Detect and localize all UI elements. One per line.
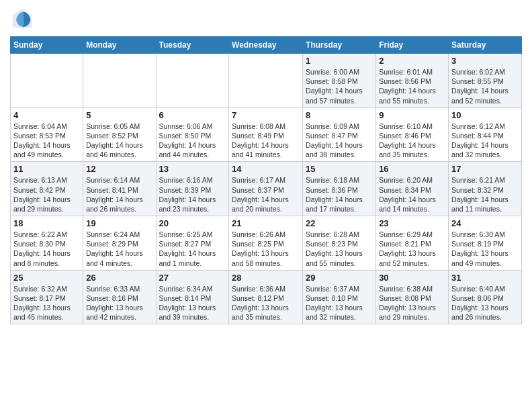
cell-content: Sunrise: 6:05 AM Sunset: 8:52 PM Dayligh…	[86, 122, 152, 160]
day-number: 29	[306, 273, 373, 283]
day-number: 17	[451, 164, 519, 174]
day-number: 1	[306, 56, 373, 66]
calendar-cell: 7Sunrise: 6:08 AM Sunset: 8:49 PM Daylig…	[229, 107, 303, 162]
calendar-cell: 14Sunrise: 6:17 AM Sunset: 8:37 PM Dayli…	[229, 162, 303, 216]
calendar-cell: 30Sunrise: 6:38 AM Sunset: 8:08 PM Dayli…	[376, 270, 449, 324]
cell-content: Sunrise: 6:09 AM Sunset: 8:47 PM Dayligh…	[306, 122, 373, 160]
day-number: 10	[451, 110, 519, 120]
calendar-cell: 1Sunrise: 6:00 AM Sunset: 8:58 PM Daylig…	[303, 54, 376, 108]
calendar-cell	[229, 54, 303, 108]
weekday-header-sunday: Sunday	[11, 37, 83, 54]
day-number: 20	[159, 218, 226, 228]
calendar-row-1: 4Sunrise: 6:04 AM Sunset: 8:53 PM Daylig…	[11, 107, 522, 162]
cell-content: Sunrise: 6:34 AM Sunset: 8:14 PM Dayligh…	[159, 284, 226, 322]
day-number: 7	[232, 110, 300, 120]
calendar-cell: 12Sunrise: 6:14 AM Sunset: 8:41 PM Dayli…	[83, 162, 156, 216]
day-number: 31	[451, 273, 519, 283]
calendar-cell: 2Sunrise: 6:01 AM Sunset: 8:56 PM Daylig…	[376, 54, 449, 108]
calendar-cell: 27Sunrise: 6:34 AM Sunset: 8:14 PM Dayli…	[156, 270, 229, 324]
day-number: 6	[159, 110, 226, 120]
calendar-cell: 5Sunrise: 6:05 AM Sunset: 8:52 PM Daylig…	[83, 107, 156, 162]
calendar-cell: 9Sunrise: 6:10 AM Sunset: 8:46 PM Daylig…	[376, 107, 449, 162]
calendar-cell: 6Sunrise: 6:06 AM Sunset: 8:50 PM Daylig…	[156, 107, 229, 162]
day-number: 3	[451, 56, 519, 66]
day-number: 14	[232, 164, 300, 174]
cell-content: Sunrise: 6:33 AM Sunset: 8:16 PM Dayligh…	[86, 284, 152, 322]
day-number: 18	[13, 218, 80, 228]
calendar-cell: 15Sunrise: 6:18 AM Sunset: 8:36 PM Dayli…	[303, 162, 376, 216]
calendar-cell: 23Sunrise: 6:29 AM Sunset: 8:21 PM Dayli…	[376, 216, 449, 271]
cell-content: Sunrise: 6:21 AM Sunset: 8:32 PM Dayligh…	[451, 175, 519, 214]
day-number: 28	[232, 273, 300, 283]
calendar-cell: 16Sunrise: 6:20 AM Sunset: 8:34 PM Dayli…	[376, 162, 449, 216]
day-number: 30	[379, 273, 445, 283]
cell-content: Sunrise: 6:13 AM Sunset: 8:42 PM Dayligh…	[13, 175, 80, 214]
weekday-header-monday: Monday	[83, 37, 156, 54]
weekday-header-wednesday: Wednesday	[229, 37, 303, 54]
calendar-cell: 20Sunrise: 6:25 AM Sunset: 8:27 PM Dayli…	[156, 216, 229, 271]
day-number: 27	[159, 273, 226, 283]
day-number: 8	[306, 110, 373, 120]
day-number: 12	[86, 164, 152, 174]
weekday-header-row: SundayMondayTuesdayWednesdayThursdayFrid…	[11, 37, 522, 54]
day-number: 21	[232, 218, 300, 228]
cell-content: Sunrise: 6:25 AM Sunset: 8:27 PM Dayligh…	[159, 230, 226, 268]
cell-content: Sunrise: 6:16 AM Sunset: 8:39 PM Dayligh…	[159, 175, 226, 214]
weekday-header-saturday: Saturday	[449, 37, 522, 54]
calendar-cell: 10Sunrise: 6:12 AM Sunset: 8:44 PM Dayli…	[449, 107, 522, 162]
day-number: 2	[379, 56, 445, 66]
cell-content: Sunrise: 6:32 AM Sunset: 8:17 PM Dayligh…	[13, 284, 80, 322]
calendar-cell: 19Sunrise: 6:24 AM Sunset: 8:29 PM Dayli…	[83, 216, 156, 271]
calendar-table: SundayMondayTuesdayWednesdayThursdayFrid…	[10, 36, 522, 324]
weekday-header-tuesday: Tuesday	[156, 37, 229, 54]
day-number: 15	[306, 164, 373, 174]
logo-icon	[10, 7, 34, 31]
calendar-cell: 22Sunrise: 6:28 AM Sunset: 8:23 PM Dayli…	[303, 216, 376, 271]
day-number: 4	[13, 110, 80, 120]
calendar-cell: 13Sunrise: 6:16 AM Sunset: 8:39 PM Dayli…	[156, 162, 229, 216]
day-number: 24	[451, 218, 519, 228]
cell-content: Sunrise: 6:08 AM Sunset: 8:49 PM Dayligh…	[232, 122, 300, 160]
day-number: 25	[13, 273, 80, 283]
cell-content: Sunrise: 6:24 AM Sunset: 8:29 PM Dayligh…	[86, 230, 152, 268]
cell-content: Sunrise: 6:02 AM Sunset: 8:55 PM Dayligh…	[451, 67, 519, 105]
cell-content: Sunrise: 6:20 AM Sunset: 8:34 PM Dayligh…	[379, 175, 445, 214]
calendar-row-0: 1Sunrise: 6:00 AM Sunset: 8:58 PM Daylig…	[11, 54, 522, 108]
day-number: 5	[86, 110, 152, 120]
calendar-row-3: 18Sunrise: 6:22 AM Sunset: 8:30 PM Dayli…	[11, 216, 522, 271]
day-number: 13	[159, 164, 226, 174]
calendar-cell: 31Sunrise: 6:40 AM Sunset: 8:06 PM Dayli…	[449, 270, 522, 324]
calendar-cell: 25Sunrise: 6:32 AM Sunset: 8:17 PM Dayli…	[11, 270, 83, 324]
calendar-cell: 4Sunrise: 6:04 AM Sunset: 8:53 PM Daylig…	[11, 107, 83, 162]
day-number: 16	[379, 164, 445, 174]
cell-content: Sunrise: 6:00 AM Sunset: 8:58 PM Dayligh…	[306, 67, 373, 105]
day-number: 19	[86, 218, 152, 228]
cell-content: Sunrise: 6:06 AM Sunset: 8:50 PM Dayligh…	[159, 122, 226, 160]
calendar-cell	[156, 54, 229, 108]
cell-content: Sunrise: 6:04 AM Sunset: 8:53 PM Dayligh…	[13, 122, 80, 160]
day-number: 22	[306, 218, 373, 228]
cell-content: Sunrise: 6:22 AM Sunset: 8:30 PM Dayligh…	[13, 230, 80, 268]
calendar-cell: 24Sunrise: 6:30 AM Sunset: 8:19 PM Dayli…	[449, 216, 522, 271]
calendar-cell: 17Sunrise: 6:21 AM Sunset: 8:32 PM Dayli…	[449, 162, 522, 216]
cell-content: Sunrise: 6:30 AM Sunset: 8:19 PM Dayligh…	[451, 230, 519, 268]
cell-content: Sunrise: 6:14 AM Sunset: 8:41 PM Dayligh…	[86, 175, 152, 214]
cell-content: Sunrise: 6:29 AM Sunset: 8:21 PM Dayligh…	[379, 230, 445, 268]
day-number: 11	[13, 164, 80, 174]
weekday-header-friday: Friday	[376, 37, 449, 54]
cell-content: Sunrise: 6:10 AM Sunset: 8:46 PM Dayligh…	[379, 122, 445, 160]
cell-content: Sunrise: 6:36 AM Sunset: 8:12 PM Dayligh…	[232, 284, 300, 322]
calendar-cell	[83, 54, 156, 108]
day-number: 9	[379, 110, 445, 120]
calendar-cell: 28Sunrise: 6:36 AM Sunset: 8:12 PM Dayli…	[229, 270, 303, 324]
cell-content: Sunrise: 6:28 AM Sunset: 8:23 PM Dayligh…	[306, 230, 373, 268]
weekday-header-thursday: Thursday	[303, 37, 376, 54]
cell-content: Sunrise: 6:37 AM Sunset: 8:10 PM Dayligh…	[306, 284, 373, 322]
page-header	[10, 7, 522, 31]
calendar-cell: 18Sunrise: 6:22 AM Sunset: 8:30 PM Dayli…	[11, 216, 83, 271]
cell-content: Sunrise: 6:26 AM Sunset: 8:25 PM Dayligh…	[232, 230, 300, 268]
calendar-cell: 8Sunrise: 6:09 AM Sunset: 8:47 PM Daylig…	[303, 107, 376, 162]
calendar-cell: 3Sunrise: 6:02 AM Sunset: 8:55 PM Daylig…	[449, 54, 522, 108]
cell-content: Sunrise: 6:40 AM Sunset: 8:06 PM Dayligh…	[451, 284, 519, 322]
calendar-row-4: 25Sunrise: 6:32 AM Sunset: 8:17 PM Dayli…	[11, 270, 522, 324]
